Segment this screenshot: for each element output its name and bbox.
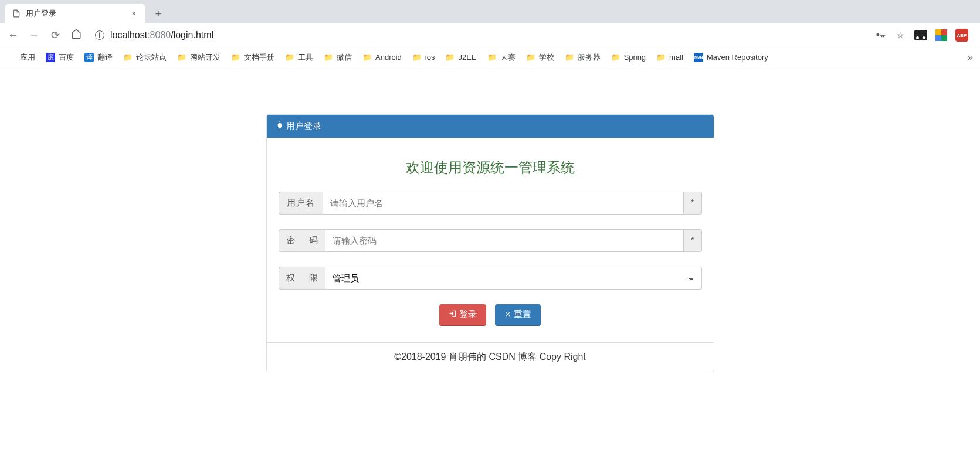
login-button[interactable]: 登录: [439, 304, 486, 326]
bookmark-label: Spring: [624, 53, 646, 62]
bookmark-label: 文档手册: [244, 52, 274, 63]
bookmark-label: 工具: [298, 52, 313, 63]
username-label: 用户名: [279, 192, 323, 215]
bookmark-baidu[interactable]: 度 百度: [46, 52, 74, 63]
folder-icon: 📁: [565, 53, 574, 62]
signin-icon: [449, 309, 457, 319]
password-input[interactable]: [325, 229, 684, 252]
bookmark-android[interactable]: 📁 Android: [362, 53, 402, 62]
apple-icon: [276, 121, 284, 132]
bookmark-label: 应用: [20, 52, 35, 63]
bookmark-label: Android: [375, 53, 402, 62]
login-panel: 用户登录 欢迎使用资源统一管理系统 用户名 * 密 码 * 权 限 管理员: [266, 114, 714, 372]
bookmark-label: mall: [669, 53, 683, 62]
bookmark-tools[interactable]: 📁 工具: [285, 52, 313, 63]
close-icon[interactable]: ×: [129, 9, 138, 18]
apps-icon: [7, 53, 16, 62]
welcome-heading: 欢迎使用资源统一管理系统: [279, 158, 702, 177]
tab-title: 用户登录: [26, 8, 124, 19]
folder-icon: 📁: [526, 53, 535, 62]
browser-chrome: 用户登录 × + ← → ⟳ i localhost:8080/login.ht…: [0, 0, 980, 67]
document-icon: [12, 9, 21, 18]
role-select[interactable]: 管理员: [325, 267, 702, 290]
button-row: 登录 重置: [279, 304, 702, 331]
close-icon: [504, 309, 511, 319]
reset-button-label: 重置: [514, 309, 531, 320]
bookmark-apps[interactable]: 应用: [7, 52, 35, 63]
password-group: 密 码 *: [279, 229, 702, 252]
folder-icon: 📁: [362, 53, 372, 62]
bookmark-label: 论坛站点: [136, 52, 167, 63]
nav-bar: ← → ⟳ i localhost:8080/login.html ☆ ABP: [0, 23, 980, 47]
bookmark-webdev[interactable]: 📁 网站开发: [177, 52, 221, 63]
bookmark-translate[interactable]: 译 翻译: [84, 52, 113, 63]
folder-icon: 📁: [324, 53, 333, 62]
bookmark-contest[interactable]: 📁 大赛: [487, 52, 516, 63]
bookmarks-overflow-button[interactable]: »: [968, 52, 973, 63]
bookmark-label: 翻译: [97, 52, 113, 63]
username-group: 用户名 *: [279, 192, 702, 215]
tab-bar: 用户登录 × +: [0, 0, 980, 23]
abp-icon[interactable]: ABP: [955, 29, 968, 42]
folder-icon: 📁: [487, 53, 497, 62]
bookmark-spring[interactable]: 📁 Spring: [611, 53, 646, 62]
folder-icon: 📁: [285, 53, 294, 62]
extension-icon-2[interactable]: [935, 29, 947, 41]
page-content: 用户登录 欢迎使用资源统一管理系统 用户名 * 密 码 * 权 限 管理员: [0, 67, 980, 372]
folder-icon: 📁: [611, 53, 620, 62]
browser-tab[interactable]: 用户登录 ×: [5, 4, 145, 23]
bookmark-label: 学校: [539, 52, 554, 63]
forward-button[interactable]: →: [27, 29, 41, 42]
home-button[interactable]: [69, 29, 83, 42]
folder-icon: 📁: [231, 53, 240, 62]
role-group: 权 限 管理员: [279, 267, 702, 290]
panel-title: 用户登录: [286, 121, 321, 132]
key-icon[interactable]: [874, 29, 886, 41]
reload-button[interactable]: ⟳: [48, 29, 62, 42]
folder-icon: 📁: [177, 53, 186, 62]
bookmark-j2ee[interactable]: 📁 J2EE: [445, 53, 476, 62]
back-button[interactable]: ←: [6, 29, 20, 42]
url-text: localhost:8080/login.html: [110, 30, 213, 40]
bookmark-label: 网站开发: [190, 52, 221, 63]
bookmark-ios[interactable]: 📁 ios: [412, 53, 435, 62]
login-button-label: 登录: [459, 309, 477, 320]
bookmark-mall[interactable]: 📁 mall: [656, 53, 683, 62]
panel-body: 欢迎使用资源统一管理系统 用户名 * 密 码 * 权 限 管理员: [267, 138, 714, 342]
folder-icon: 📁: [412, 53, 422, 62]
panel-heading: 用户登录: [267, 115, 714, 138]
bookmark-wechat[interactable]: 📁 微信: [324, 52, 352, 63]
translate-icon: 译: [84, 53, 94, 62]
bookmark-label: J2EE: [458, 53, 476, 62]
info-icon[interactable]: i: [95, 30, 104, 40]
toolbar-right: ☆ ABP: [874, 29, 974, 42]
bookmark-school[interactable]: 📁 学校: [526, 52, 554, 63]
bookmark-label: 百度: [59, 52, 74, 63]
folder-icon: 📁: [656, 53, 666, 62]
password-label: 密 码: [279, 229, 325, 252]
panel-footer: ©2018-2019 肖朋伟的 CSDN 博客 Copy Right: [267, 342, 714, 372]
bookmark-label: 微信: [337, 52, 352, 63]
bookmark-label: Maven Repository: [707, 53, 768, 62]
new-tab-button[interactable]: +: [150, 6, 167, 22]
extension-icon-1[interactable]: [914, 30, 927, 40]
baidu-icon: 度: [46, 53, 55, 62]
required-mark: *: [684, 229, 701, 252]
folder-icon: 📁: [445, 53, 455, 62]
folder-icon: 📁: [123, 53, 133, 62]
bookmark-server[interactable]: 📁 服务器: [565, 52, 601, 63]
address-bar[interactable]: i localhost:8080/login.html: [90, 30, 867, 40]
bookmark-forum[interactable]: 📁 论坛站点: [123, 52, 167, 63]
bookmark-label: 大赛: [500, 52, 516, 63]
bookmarks-bar: 应用 度 百度 译 翻译 📁 论坛站点 📁 网站开发 📁 文档手册 📁 工具 📁: [0, 47, 980, 67]
reset-button[interactable]: 重置: [495, 304, 541, 326]
star-icon[interactable]: ☆: [894, 29, 906, 41]
bookmark-label: 服务器: [578, 52, 601, 63]
username-input[interactable]: [323, 192, 684, 215]
required-mark: *: [684, 192, 701, 215]
bookmark-maven[interactable]: MVN Maven Repository: [694, 53, 768, 62]
mvn-icon: MVN: [694, 53, 703, 62]
bookmark-docs[interactable]: 📁 文档手册: [231, 52, 274, 63]
role-label: 权 限: [279, 267, 325, 290]
bookmark-label: ios: [425, 53, 435, 62]
